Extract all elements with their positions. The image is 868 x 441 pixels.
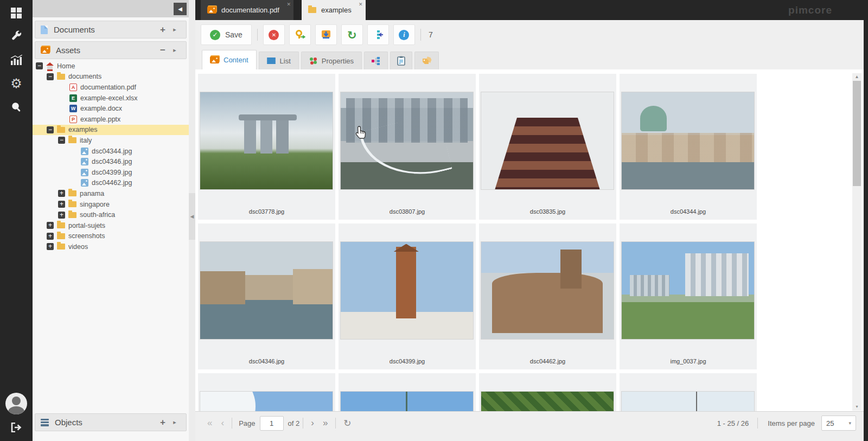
asset-subtabs: Content List Properties — [195, 49, 864, 69]
subtab-properties[interactable]: Properties — [301, 52, 362, 69]
asset-tile[interactable] — [339, 373, 476, 411]
collapse-minus-icon[interactable]: − — [58, 137, 65, 144]
tree-item-documentation-pdf[interactable]: A documentation.pdf — [33, 82, 189, 93]
asset-tile[interactable] — [479, 373, 616, 411]
expand-plus-icon[interactable]: + — [58, 190, 65, 197]
tree-item-videos[interactable]: + videos — [33, 241, 189, 252]
tree-item-example-docx[interactable]: W example.docx — [33, 103, 189, 114]
tree-item-dsc04346[interactable]: dsc04346.jpg — [33, 156, 189, 167]
subtab-tags[interactable] — [414, 52, 439, 69]
tree-item-example-pptx[interactable]: P example.pptx — [33, 114, 189, 125]
search-icon[interactable] — [0, 96, 33, 118]
expand-plus-icon[interactable]: + — [47, 222, 54, 229]
pdf-file-icon: A — [69, 84, 77, 91]
tree-item-south-africa[interactable]: + south-africa — [33, 209, 189, 220]
subtab-list[interactable]: List — [259, 52, 299, 69]
rename-button[interactable] — [289, 24, 311, 45]
reload-button[interactable]: ↻ — [341, 24, 363, 45]
expand-plus-icon[interactable]: + — [47, 233, 54, 240]
subtab-content[interactable]: Content — [202, 50, 257, 69]
panel-collapse-button[interactable]: ◀ — [174, 3, 187, 15]
collapse-minus-icon[interactable]: − — [47, 73, 54, 80]
subtab-notes[interactable] — [390, 52, 412, 69]
refresh-icon[interactable]: ↻ — [339, 418, 355, 429]
tree-item-documents[interactable]: − documents — [33, 72, 189, 82]
grid-scrollbar[interactable]: ▲ ▾ — [852, 73, 861, 411]
chevron-right-icon[interactable]: ▸ — [169, 47, 181, 54]
reports-chart-icon[interactable] — [0, 49, 33, 71]
asset-tile-dsc03778[interactable]: dsc03778.jpg — [198, 74, 335, 220]
expand-plus-icon[interactable]: + — [58, 212, 65, 219]
tree-item-panama[interactable]: + panama — [33, 188, 189, 199]
locate-in-tree-button[interactable] — [367, 24, 389, 45]
scroll-down-icon[interactable]: ▾ — [852, 403, 861, 411]
prev-page-icon[interactable]: ‹ — [216, 418, 228, 429]
scroll-up-icon[interactable]: ▲ — [852, 73, 861, 81]
panel-splitter[interactable]: ◀ — [189, 0, 195, 441]
download-button[interactable] — [315, 24, 337, 45]
first-page-icon[interactable]: « — [203, 418, 216, 429]
info-button[interactable]: i — [393, 24, 415, 45]
tree-item-example-excel[interactable]: E example-excel.xlsx — [33, 93, 189, 104]
panel-label: Documents — [54, 25, 157, 34]
asset-tile-dsc03835[interactable]: dsc03835.jpg — [479, 74, 616, 220]
tree-item-label: dsc04399.jpg — [92, 169, 132, 176]
settings-gear-icon[interactable]: ⚙ — [0, 73, 33, 94]
collapse-all-icon[interactable]: − — [157, 45, 169, 56]
delete-button[interactable]: ✕ — [263, 24, 285, 45]
subtab-schedule[interactable] — [364, 52, 388, 69]
collapse-minus-icon[interactable]: − — [47, 126, 54, 133]
tree-item-dsc04462[interactable]: dsc04462.jpg — [33, 178, 189, 189]
folder-icon — [57, 74, 65, 80]
page-input[interactable] — [260, 416, 284, 431]
tree-item-dsc04344[interactable]: dsc04344.jpg — [33, 146, 189, 157]
tree-item-portal-sujets[interactable]: + portal-sujets — [33, 220, 189, 231]
asset-tile[interactable] — [620, 373, 757, 411]
tab-examples[interactable]: examples ✕ — [302, 0, 366, 20]
panel-objects-header[interactable]: Objects + ▸ — [35, 413, 187, 431]
tree-item-home[interactable]: − Home — [33, 61, 189, 72]
asset-tile-dsc04346[interactable]: dsc04346.jpg — [198, 223, 335, 369]
tree-item-italy[interactable]: − italy — [33, 135, 189, 146]
add-icon[interactable]: + — [157, 24, 169, 35]
asset-tile[interactable] — [198, 373, 335, 411]
expand-plus-icon[interactable]: + — [58, 201, 65, 208]
tree-item-dsc04399[interactable]: dsc04399.jpg — [33, 167, 189, 178]
tree-item-label: dsc04346.jpg — [92, 158, 132, 165]
asset-tile-dsc04462[interactable]: dsc04462.jpg — [479, 223, 616, 369]
panel-assets-header[interactable]: Assets − ▸ — [35, 41, 187, 59]
asset-tile-dsc03807[interactable]: dsc03807.jpg — [339, 74, 476, 220]
close-icon[interactable]: ✕ — [359, 2, 363, 7]
folder-icon — [68, 212, 76, 218]
tree-item-screenshots[interactable]: + screenshots — [33, 231, 189, 242]
splitter-collapse-icon[interactable]: ◀ — [189, 193, 195, 240]
folder-icon — [57, 233, 65, 239]
scrollbar-thumb[interactable] — [853, 81, 861, 186]
next-page-icon[interactable]: › — [307, 418, 318, 429]
items-per-page-select[interactable]: 25 ▾ — [821, 416, 856, 431]
last-page-icon[interactable]: » — [318, 418, 332, 429]
folder-icon — [68, 190, 76, 196]
expand-plus-icon[interactable]: + — [47, 243, 54, 250]
chevron-right-icon[interactable]: ▸ — [169, 26, 181, 33]
left-rail: ⚙ — [0, 0, 33, 441]
dashboard-icon[interactable] — [0, 2, 33, 24]
chevron-right-icon[interactable]: ▸ — [169, 419, 181, 426]
add-icon[interactable]: + — [157, 417, 169, 428]
user-avatar[interactable] — [5, 393, 27, 414]
tools-wrench-icon[interactable] — [0, 25, 33, 47]
collapse-minus-icon[interactable]: − — [36, 62, 43, 69]
tree-item-singapore[interactable]: + singapore — [33, 199, 189, 210]
chevron-down-icon: ▾ — [848, 420, 851, 426]
tab-documentation-pdf[interactable]: documentation.pdf ✕ — [201, 0, 293, 20]
key-icon — [295, 29, 305, 40]
panel-documents-header[interactable]: Documents + ▸ — [35, 21, 187, 39]
logout-icon[interactable] — [0, 417, 33, 438]
close-icon[interactable]: ✕ — [286, 2, 291, 7]
asset-tile-dsc04344[interactable]: dsc04344.jpg — [620, 74, 757, 220]
asset-tile-dsc04399[interactable]: dsc04399.jpg — [339, 223, 476, 369]
right-edge-strip — [864, 0, 868, 441]
save-button[interactable]: ✓ Save — [201, 24, 252, 45]
tree-item-examples[interactable]: − examples — [33, 125, 189, 136]
asset-tile-img-0037[interactable]: img_0037.jpg — [620, 223, 757, 369]
